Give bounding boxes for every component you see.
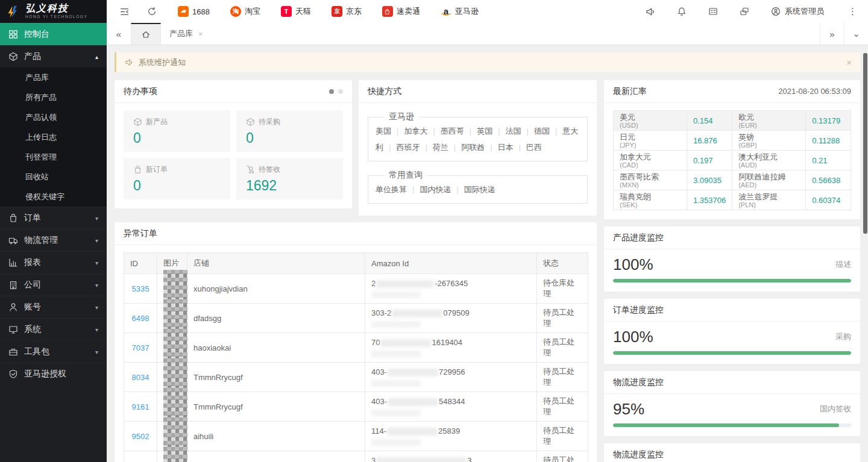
notice-close-icon[interactable]: × [846,57,852,67]
product-progress-card: 产品进度监控 100% 描述 [604,226,860,292]
order-id-link[interactable]: 8034 [132,373,149,382]
tab-home[interactable] [131,23,161,45]
order-id-link[interactable]: 6498 [132,314,149,323]
redacted-blur [387,428,438,435]
monitor-title: 订单进度监控 [613,305,664,316]
more-vert-icon[interactable]: ⋮ [848,6,857,17]
country-link-us[interactable]: 美国 [376,126,391,136]
country-link-es[interactable]: 西班牙 [396,143,420,152]
sidebar-item-console[interactable]: 控制台 [0,23,107,45]
country-link-uk[interactable]: 英国 [477,126,492,136]
amazon-id: 3 [467,456,471,462]
announcement-icon[interactable] [645,6,656,17]
shop-name: TmmnRrycugf [193,402,243,411]
switch-windows-icon[interactable] [739,6,750,17]
order-id-link[interactable]: 9502 [132,432,149,441]
sidebar-item-amazon-auth[interactable]: 亚马逊授权 [0,363,107,385]
sidebar-item-company[interactable]: 公司 ▾ [0,273,107,296]
cube-icon [8,52,18,61]
tab-close-icon[interactable]: × [198,30,203,39]
logistics-progress-card-domestic: 物流进度监控 95% 国内签收 [604,371,860,436]
shop-name: dfadsgg [193,314,221,323]
redacted-blur [388,398,438,406]
currency-name: 澳大利亚元 [738,152,799,161]
marketplace-link-1688[interactable]: 1688 [178,6,210,17]
query-link-international-express[interactable]: 国际快递 [464,185,495,194]
marketplace-link-amazon[interactable]: a 亚马逊 [441,6,479,17]
tabbar: « 产品库 × » ⌄ [107,23,868,45]
sidebar-item-logistics[interactable]: 物流管理 ▾ [0,229,107,251]
scrollbar-thumb[interactable] [863,53,867,234]
country-link-ae[interactable]: 阿联酋 [461,143,485,152]
refresh-icon[interactable] [146,6,157,17]
rates-timestamp: 2021-08-20 06:53:09 [778,87,851,96]
carousel-dot-1[interactable] [329,89,334,94]
tabs-menu-icon[interactable]: ⌄ [844,23,868,45]
sidebar-item-accounts[interactable]: 账号 ▾ [0,296,107,318]
stat-new-product[interactable]: 新产品 0 [124,110,230,152]
todo-card: 待办事项 新产品 [115,80,352,208]
rates-table: 美元(USD) 0.154 欧元(EUR) 0.13179 日元(JPY) 16… [613,110,851,210]
marketplace-link-taobao[interactable]: 淘 淘宝 [230,6,260,17]
tab-product-library[interactable]: 产品库 × [161,23,212,45]
country-link-br[interactable]: 巴西 [526,143,542,152]
shortcuts-title: 快捷方式 [368,86,401,97]
main-area: 1688 淘 淘宝 T 天猫 京 京东 速卖通 a [107,0,868,462]
bell-icon[interactable] [676,6,687,17]
country-link-ca[interactable]: 加拿大 [404,126,427,136]
rate-row: 瑞典克朗(SEK) 1.353706 波兰兹罗提(PLN) 0.60374 [614,190,851,210]
shortcuts-group-amazon: 亚马逊 美国|加拿大|墨西哥|英国|法国|德国|意大利|西班牙|荷兰|阿联酋|日… [368,111,588,161]
amazon-id: 70 [371,338,380,347]
exchange-rates-card: 最新汇率 2021-08-20 06:53:09 美元(USD) 0.154 欧… [604,80,860,219]
tabs-scroll-left-icon[interactable]: « [107,23,131,45]
stat-pending-purchase[interactable]: 待采购 0 [236,110,343,152]
order-id-link[interactable]: 5335 [132,284,149,293]
sidebar-item-product[interactable]: 产品 ▴ [0,45,107,67]
sidebar-item-toolkit[interactable]: 工具包 ▾ [0,340,107,363]
rate-value: 1.353706 [693,196,726,205]
currency-code: (EUR) [738,122,799,129]
sidebar-subitem-listing-manage[interactable]: 刊登管理 [0,147,107,167]
amazon-id: 3 [371,456,376,462]
caret-up-icon: ▴ [95,54,98,60]
redacted-blur [371,439,421,446]
sidebar-subitem-infringing-keywords[interactable]: 侵权关键字 [0,187,107,207]
caret-down-icon: ▾ [95,260,98,266]
marketplace-link-tmall[interactable]: T 天猫 [281,6,311,17]
group-legend: 亚马逊 [384,111,419,122]
sidebar-item-orders[interactable]: 订单 ▾ [0,207,107,229]
sidebar-subitem-upload-log[interactable]: 上传日志 [0,127,107,147]
order-id-link[interactable]: 9161 [132,402,149,411]
tabs-scroll-right-icon[interactable]: » [820,23,844,45]
sidebar-item-reports[interactable]: 报表 ▾ [0,251,107,273]
carousel-dot-2[interactable] [338,89,343,94]
apps-panel-icon[interactable] [708,6,719,17]
shortcuts-group-queries: 常用查询 单位换算|国内快递|国际快递 [368,170,588,204]
country-link-mx[interactable]: 墨西哥 [441,126,464,136]
country-link-nl[interactable]: 荷兰 [433,143,448,152]
marketplace-link-aliexpress[interactable]: 速卖通 [382,6,420,17]
sidebar-subitem-recycle-bin[interactable]: 回收站 [0,167,107,187]
order-id-link[interactable]: 7037 [132,343,149,352]
user-menu[interactable]: 系统管理员 [770,6,824,17]
order-row: 8034 TmmnRrycugf 403-729956 待员工处理 [124,363,588,392]
country-link-de[interactable]: 德国 [534,126,550,136]
query-link-domestic-express[interactable]: 国内快递 [420,185,451,194]
stat-label: 新产品 [146,117,168,127]
query-link-unit-conversion[interactable]: 单位换算 [376,185,407,194]
rate-row: 美元(USD) 0.154 欧元(EUR) 0.13179 [614,111,851,131]
order-status: 待仓库处理 [543,278,574,298]
sidebar-item-system[interactable]: 系统 ▾ [0,318,107,340]
sidebar-subitem-product-library[interactable]: 产品库 [0,67,107,87]
user-icon [8,302,18,312]
marketplace-link-jd[interactable]: 京 京东 [332,6,362,17]
sidebar-subitem-all-products[interactable]: 所有产品 [0,87,107,107]
stat-new-order[interactable]: 新订单 0 [124,158,230,199]
stat-pending-receipt[interactable]: 待签收 1692 [236,158,343,199]
country-link-jp[interactable]: 日本 [498,143,514,152]
country-link-fr[interactable]: 法国 [506,126,521,136]
menu-fold-icon[interactable] [119,6,130,17]
separator: | [555,126,557,136]
abnormal-orders-card: 异常订单 ID 图片 店铺 Amazon Id [115,222,597,462]
sidebar-subitem-product-claim[interactable]: 产品认领 [0,107,107,127]
